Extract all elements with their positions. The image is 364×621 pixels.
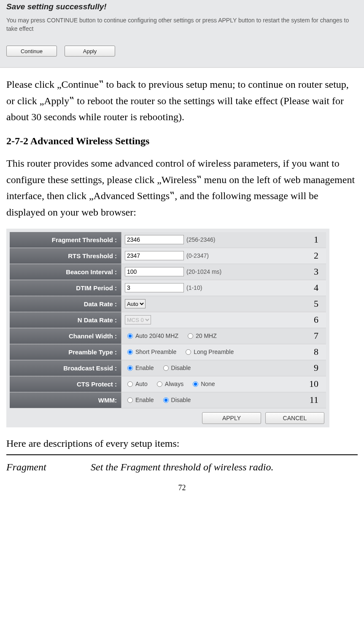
setting-value-cell: (20-1024 ms)	[121, 264, 326, 280]
radio-label: Short Preamble	[135, 348, 176, 355]
setting-value-cell: EnableDisable	[121, 392, 326, 408]
setting-value-cell: AutoAlwaysNone	[121, 376, 326, 392]
radio-group: Auto 20/40 MHZ20 MHZ	[125, 332, 222, 339]
radio-group: EnableDisable	[125, 397, 196, 403]
annotation-number: 10	[309, 378, 318, 389]
radio-input[interactable]	[127, 365, 133, 371]
radio-label: Disable	[171, 364, 191, 371]
settings-row: Fragment Threshold :(256-2346)1	[10, 232, 326, 248]
setting-value-cell: (256-2346)	[121, 232, 326, 248]
annotation-number: 1	[314, 234, 318, 245]
paragraph-continue-apply: Please click „Continue‟ to back to previ…	[0, 68, 364, 125]
setting-label: Broadcast Essid :	[10, 360, 121, 376]
setting-label: RTS Threshold :	[10, 248, 121, 264]
dialog-button-row: Continue Apply	[6, 46, 358, 57]
text-input[interactable]	[125, 251, 184, 260]
hint-text: (1-10)	[186, 284, 202, 291]
advanced-settings-panel: Fragment Threshold :(256-2346)1RTS Thres…	[6, 229, 329, 427]
section-heading: 2-7-2 Advanced Wireless Settings	[0, 125, 364, 147]
radio-label: Disable	[171, 397, 191, 403]
dialog-subtext: You may press CONTINUE button to continu…	[6, 16, 358, 33]
setting-value-cell: EnableDisable	[121, 360, 326, 376]
dialog-title: Save setting successfully!	[6, 2, 358, 11]
setting-label: Preamble Type :	[10, 344, 121, 360]
hint-text: (0-2347)	[186, 252, 209, 259]
description-term: Fragment	[6, 462, 91, 473]
settings-row: Broadcast Essid :EnableDisable9	[10, 360, 326, 376]
settings-row: N Data Rate :MCS 06	[10, 312, 326, 328]
setting-value-cell: Auto	[121, 296, 326, 312]
setting-label: Beacon Interval :	[10, 264, 121, 280]
hint-text: (20-1024 ms)	[186, 268, 221, 275]
settings-row: Channel Width :Auto 20/40 MHZ20 MHZ7	[10, 328, 326, 344]
setting-label: CTS Protect :	[10, 376, 121, 392]
radio-group: EnableDisable	[125, 364, 196, 371]
page-number: 72	[0, 473, 364, 497]
setting-label: N Data Rate :	[10, 312, 121, 328]
annotation-number: 2	[314, 250, 318, 261]
radio-input[interactable]	[163, 397, 169, 403]
radio-input[interactable]	[163, 365, 169, 371]
descriptions-intro: Here are descriptions of every setup ite…	[0, 432, 364, 449]
setting-value-cell: Short PreambleLong Preamble	[121, 344, 326, 360]
radio-label: Always	[165, 381, 183, 387]
setting-label: Fragment Threshold :	[10, 232, 121, 248]
text-input[interactable]	[125, 235, 184, 244]
settings-row: CTS Protect :AutoAlwaysNone10	[10, 376, 326, 392]
setting-value-cell: (1-10)	[121, 280, 326, 296]
setting-label: WMM:	[10, 392, 121, 408]
radio-input[interactable]	[188, 333, 193, 339]
settings-row: Beacon Interval :(20-1024 ms)3	[10, 264, 326, 280]
hint-text: (256-2346)	[186, 236, 216, 243]
setting-value-cell: (0-2347)	[121, 248, 326, 264]
annotation-number: 11	[310, 394, 318, 405]
radio-label: 20 MHZ	[196, 332, 217, 339]
annotation-number: 3	[314, 266, 318, 277]
description-row: Fragment Set the Fragment threshold of w…	[0, 455, 364, 473]
apply-button[interactable]: Apply	[65, 46, 115, 57]
annotation-number: 8	[314, 346, 318, 357]
text-input[interactable]	[125, 283, 184, 292]
settings-row: DTIM Period :(1-10)4	[10, 280, 326, 296]
settings-row: Data Rate :Auto5	[10, 296, 326, 312]
settings-row: RTS Threshold :(0-2347)2	[10, 248, 326, 264]
radio-input[interactable]	[127, 397, 133, 403]
radio-label: Enable	[135, 364, 154, 371]
radio-input[interactable]	[186, 349, 191, 355]
annotation-number: 4	[314, 282, 318, 293]
annotation-number: 9	[314, 362, 318, 373]
radio-input[interactable]	[127, 349, 133, 355]
setting-value-cell: Auto 20/40 MHZ20 MHZ	[121, 328, 326, 344]
panel-cancel-button[interactable]: CANCEL	[265, 412, 324, 424]
continue-button[interactable]: Continue	[6, 46, 57, 57]
radio-group: AutoAlwaysNone	[125, 381, 220, 387]
description-definition: Set the Fragment threshold of wireless r…	[91, 462, 358, 473]
setting-value-cell: MCS 0	[121, 312, 326, 328]
radio-input[interactable]	[157, 381, 162, 387]
paragraph-advanced-intro: This router provides some advanced contr…	[0, 147, 364, 220]
radio-label: None	[201, 381, 215, 387]
radio-input[interactable]	[193, 381, 198, 387]
radio-label: Auto 20/40 MHZ	[135, 332, 178, 339]
radio-input[interactable]	[127, 333, 133, 339]
radio-label: Auto	[135, 381, 148, 387]
setting-label: Channel Width :	[10, 328, 121, 344]
save-dialog: Save setting successfully! You may press…	[0, 0, 364, 68]
annotation-number: 6	[314, 314, 318, 325]
settings-row: Preamble Type :Short PreambleLong Preamb…	[10, 344, 326, 360]
panel-apply-button[interactable]: APPLY	[202, 412, 261, 424]
text-input[interactable]	[125, 267, 184, 276]
annotation-number: 5	[314, 298, 318, 309]
radio-group: Short PreambleLong Preamble	[125, 348, 239, 355]
setting-label: Data Rate :	[10, 296, 121, 312]
radio-label: Enable	[135, 397, 154, 403]
radio-label: Long Preamble	[194, 348, 234, 355]
setting-label: DTIM Period :	[10, 280, 121, 296]
radio-input[interactable]	[127, 381, 133, 387]
select-input[interactable]: Auto	[125, 299, 146, 308]
settings-row: WMM:EnableDisable11	[10, 392, 326, 408]
panel-footer-buttons: APPLY CANCEL	[202, 412, 324, 424]
annotation-number: 7	[314, 330, 318, 341]
select-input: MCS 0	[125, 315, 151, 324]
